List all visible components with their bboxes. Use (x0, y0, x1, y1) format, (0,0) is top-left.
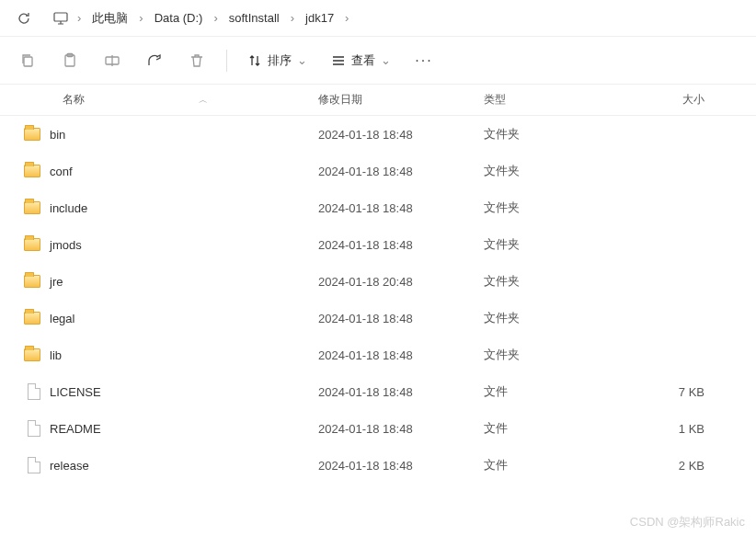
file-name: jmods (50, 238, 318, 252)
breadcrumb-item[interactable]: 此电脑 (85, 6, 135, 30)
file-size: 7 KB (622, 385, 732, 399)
toolbar: 排序 ⌄ 查看 ⌄ ··· (0, 37, 756, 85)
file-date: 2024-01-18 18:48 (318, 128, 484, 142)
file-date: 2024-01-18 18:48 (318, 165, 484, 178)
file-row[interactable]: legal2024-01-18 18:48文件夹 (0, 300, 756, 336)
chevron-right-icon: › (75, 11, 83, 25)
file-name: jre (50, 275, 318, 289)
file-row[interactable]: jre2024-01-18 20:48文件夹 (0, 263, 756, 300)
folder-icon (24, 348, 40, 361)
chevron-right-icon: › (137, 11, 144, 25)
file-row[interactable]: lib2024-01-18 18:48文件夹 (0, 336, 756, 373)
folder-icon (24, 275, 40, 288)
view-label: 查看 (351, 52, 375, 69)
file-type: 文件 (484, 383, 622, 400)
svg-rect-1 (24, 57, 32, 66)
column-header-size[interactable]: 大小 (622, 92, 732, 108)
chevron-down-icon: ⌄ (381, 53, 391, 67)
chevron-right-icon: › (343, 11, 350, 25)
view-button[interactable]: 查看 ⌄ (322, 47, 400, 74)
file-name: include (50, 201, 318, 215)
file-row[interactable]: conf2024-01-18 18:48文件夹 (0, 153, 756, 189)
file-list: bin2024-01-18 18:48文件夹conf2024-01-18 18:… (0, 116, 756, 484)
folder-icon (24, 238, 40, 251)
column-header-row: 名称 ︿ 修改日期 类型 大小 (0, 85, 756, 116)
file-type: 文件 (484, 420, 622, 437)
breadcrumb: › 此电脑 › Data (D:) › softInstall › jdk17 … (40, 6, 745, 31)
folder-icon (24, 312, 40, 325)
file-row[interactable]: LICENSE2024-01-18 18:48文件7 KB (0, 373, 756, 410)
file-type: 文件 (484, 457, 622, 473)
file-type: 文件夹 (484, 163, 622, 179)
watermark: CSDN @架构师Rakic (630, 514, 745, 530)
file-date: 2024-01-18 18:48 (318, 238, 484, 252)
refresh-button[interactable] (11, 6, 37, 31)
delete-button[interactable] (178, 44, 215, 77)
file-date: 2024-01-18 18:48 (318, 201, 484, 215)
file-type: 文件夹 (484, 236, 622, 253)
separator (226, 50, 227, 72)
file-row[interactable]: bin2024-01-18 18:48文件夹 (0, 116, 756, 153)
file-date: 2024-01-18 18:48 (318, 422, 484, 436)
folder-icon (24, 201, 40, 214)
copy-button[interactable] (9, 44, 46, 77)
file-row[interactable]: release2024-01-18 18:48文件2 KB (0, 447, 756, 484)
file-size: 1 KB (622, 422, 732, 436)
share-button[interactable] (136, 44, 173, 77)
file-row[interactable]: README2024-01-18 18:48文件1 KB (0, 410, 756, 447)
address-bar: › 此电脑 › Data (D:) › softInstall › jdk17 … (0, 0, 756, 37)
file-date: 2024-01-18 18:48 (318, 385, 484, 399)
file-name: LICENSE (50, 385, 318, 399)
file-name: legal (50, 312, 318, 325)
rename-button[interactable] (94, 44, 131, 77)
breadcrumb-item[interactable]: jdk17 (298, 7, 341, 29)
file-name: release (50, 459, 318, 473)
file-type: 文件夹 (484, 126, 622, 143)
file-type: 文件夹 (484, 200, 622, 216)
column-name-label: 名称 (63, 92, 85, 108)
file-icon (28, 420, 40, 437)
file-icon (28, 457, 40, 473)
file-date: 2024-01-18 18:48 (318, 348, 484, 362)
file-size: 2 KB (622, 459, 732, 473)
svg-rect-0 (54, 13, 67, 21)
file-date: 2024-01-18 20:48 (318, 275, 484, 289)
sort-label: 排序 (268, 52, 292, 69)
column-header-type[interactable]: 类型 (484, 92, 622, 108)
file-type: 文件夹 (484, 310, 622, 326)
column-header-name[interactable]: 名称 (0, 92, 318, 108)
file-type: 文件夹 (484, 347, 622, 363)
file-icon (28, 383, 40, 400)
breadcrumb-item[interactable]: Data (D:) (147, 7, 211, 29)
file-row[interactable]: jmods2024-01-18 18:48文件夹 (0, 226, 756, 263)
computer-icon[interactable] (48, 6, 74, 31)
file-type: 文件夹 (484, 273, 622, 290)
sort-asc-icon: ︿ (199, 94, 208, 107)
folder-icon (24, 128, 40, 141)
file-date: 2024-01-18 18:48 (318, 312, 484, 325)
file-name: lib (50, 348, 318, 362)
paste-button[interactable] (52, 44, 88, 77)
file-name: bin (50, 128, 318, 142)
chevron-right-icon: › (289, 11, 296, 25)
file-name: README (50, 422, 318, 436)
chevron-right-icon: › (212, 11, 219, 25)
folder-icon (24, 165, 40, 177)
sort-button[interactable]: 排序 ⌄ (238, 47, 316, 74)
file-row[interactable]: include2024-01-18 18:48文件夹 (0, 189, 756, 226)
column-header-date[interactable]: 修改日期 (318, 92, 484, 108)
breadcrumb-item[interactable]: softInstall (222, 7, 287, 29)
file-date: 2024-01-18 18:48 (318, 459, 484, 473)
chevron-down-icon: ⌄ (297, 53, 307, 67)
more-button[interactable]: ··· (406, 44, 442, 77)
file-name: conf (50, 165, 318, 178)
